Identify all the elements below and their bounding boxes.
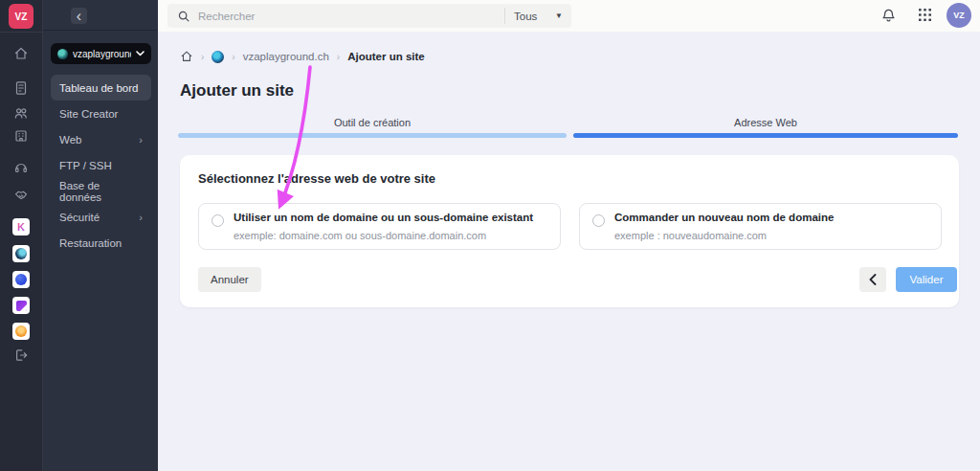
- apps-grid-icon[interactable]: [918, 8, 932, 26]
- site-address-card: Sélectionnez l'adresse web de votre site…: [180, 155, 959, 307]
- brand-logo[interactable]: VZ: [9, 4, 33, 29]
- chevron-down-icon: [136, 51, 145, 56]
- sidebar-item-label: FTP / SSH: [59, 160, 112, 171]
- sidebar-menu: Tableau de bord Site Creator Web › FTP /…: [51, 75, 151, 256]
- breadcrumb-product-icon[interactable]: [212, 51, 224, 63]
- sidebar-item-securite[interactable]: Sécurité ›: [51, 204, 151, 230]
- sidebar-item-tableau-de-bord[interactable]: Tableau de bord: [51, 75, 151, 101]
- domain-selector-dropdown[interactable]: vzaplayground.ch: [51, 43, 151, 64]
- sidebar-item-label: Sécurité: [59, 212, 100, 223]
- logout-icon[interactable]: [0, 348, 42, 363]
- search-input[interactable]: [198, 11, 504, 22]
- page-title: Ajouter un site: [180, 81, 294, 101]
- sidebar-item-label: Restauration: [59, 237, 122, 249]
- users-icon[interactable]: [0, 105, 42, 121]
- app-screen: VZ K: [0, 0, 980, 471]
- step-progress-bar-done: [178, 133, 567, 138]
- step-label: Outil de création: [178, 117, 567, 128]
- step-progress-bar-active: [573, 133, 958, 138]
- option-title: Commander un nouveau nom de domaine: [614, 212, 834, 223]
- notifications-bell-icon[interactable]: [880, 8, 897, 28]
- wizard-step-adresse-web: Adresse Web: [573, 117, 958, 138]
- sidebar-item-web[interactable]: Web ›: [51, 126, 151, 152]
- submit-button[interactable]: Valider: [896, 267, 957, 292]
- kdrive-app-icon[interactable]: [0, 245, 42, 262]
- home-icon[interactable]: [0, 46, 42, 61]
- icon-rail: VZ K: [0, 0, 42, 471]
- chevron-right-icon: ›: [139, 134, 143, 146]
- option-existing-domain[interactable]: Utiliser un nom de domaine ou un sous-do…: [198, 203, 561, 250]
- kpaste-app-icon[interactable]: [0, 297, 42, 314]
- sidebar-item-label: Site Creator: [59, 108, 118, 120]
- user-avatar[interactable]: VZ: [947, 3, 971, 28]
- sidebar-item-base-de-donnees[interactable]: Base de données: [51, 178, 151, 204]
- option-example: exemple: domaine.com ou sous-domaine.dom…: [234, 230, 486, 241]
- sidebar: ‹ vzaplayground.ch Tableau de bord Site …: [42, 0, 158, 471]
- step-label: Adresse Web: [573, 117, 958, 128]
- sidebar-item-label: Tableau de bord: [59, 82, 138, 94]
- sidebar-item-restauration[interactable]: Restauration: [51, 230, 151, 256]
- breadcrumb-domain-link[interactable]: vzaplayground.ch: [243, 51, 329, 62]
- domain-globe-icon: [57, 49, 68, 59]
- option-example: exemple : nouveaudomaine.com: [614, 230, 767, 241]
- breadcrumb: › › vzaplayground.ch › Ajouter un site: [180, 50, 425, 63]
- chevron-right-icon: ›: [139, 212, 143, 223]
- breadcrumb-current-page: Ajouter un site: [347, 51, 425, 62]
- radio-button[interactable]: [212, 214, 224, 227]
- breadcrumb-separator: ›: [232, 52, 234, 62]
- search-scope-dropdown[interactable]: Tous ▼: [504, 8, 571, 24]
- search-scope-label: Tous: [514, 11, 537, 22]
- search-icon: [177, 10, 190, 23]
- sidebar-item-site-creator[interactable]: Site Creator: [51, 101, 151, 126]
- ksuite-app-icon[interactable]: K: [0, 218, 42, 236]
- card-heading: Sélectionnez l'adresse web de votre site: [198, 171, 435, 186]
- cancel-button[interactable]: Annuler: [198, 267, 261, 292]
- partnership-icon[interactable]: [0, 187, 42, 202]
- sidebar-item-ftp-ssh[interactable]: FTP / SSH: [51, 152, 151, 178]
- caret-down-icon: ▼: [555, 11, 563, 20]
- billing-icon[interactable]: [0, 80, 42, 96]
- sidebar-item-label: Base de données: [59, 180, 143, 203]
- sidebar-item-label: Web: [59, 134, 81, 146]
- option-title: Utiliser un nom de domaine ou un sous-do…: [234, 212, 533, 223]
- breadcrumb-home-icon[interactable]: [180, 50, 193, 63]
- back-button[interactable]: [859, 267, 886, 292]
- chevron-left-icon: [869, 274, 877, 285]
- breadcrumb-separator: ›: [201, 52, 204, 62]
- sidebar-collapse-button[interactable]: ‹: [71, 8, 87, 24]
- topbar: Tous ▼ VZ: [158, 0, 980, 32]
- chevron-left-icon: ‹: [77, 8, 81, 25]
- breadcrumb-separator: ›: [337, 52, 340, 62]
- sidebar-divider: [43, 30, 158, 31]
- organization-icon[interactable]: [0, 128, 42, 144]
- web-app-icon[interactable]: [0, 271, 42, 288]
- rail-divider: [0, 32, 42, 33]
- billing-app-icon[interactable]: [0, 323, 42, 340]
- support-icon[interactable]: [0, 160, 42, 175]
- radio-button[interactable]: [592, 214, 605, 227]
- domain-selector-label: vzaplayground.ch: [73, 49, 131, 59]
- wizard-step-outil-de-creation: Outil de création: [178, 117, 567, 138]
- option-new-domain[interactable]: Commander un nouveau nom de domaine exem…: [579, 203, 942, 250]
- search-bar: Tous ▼: [167, 4, 571, 28]
